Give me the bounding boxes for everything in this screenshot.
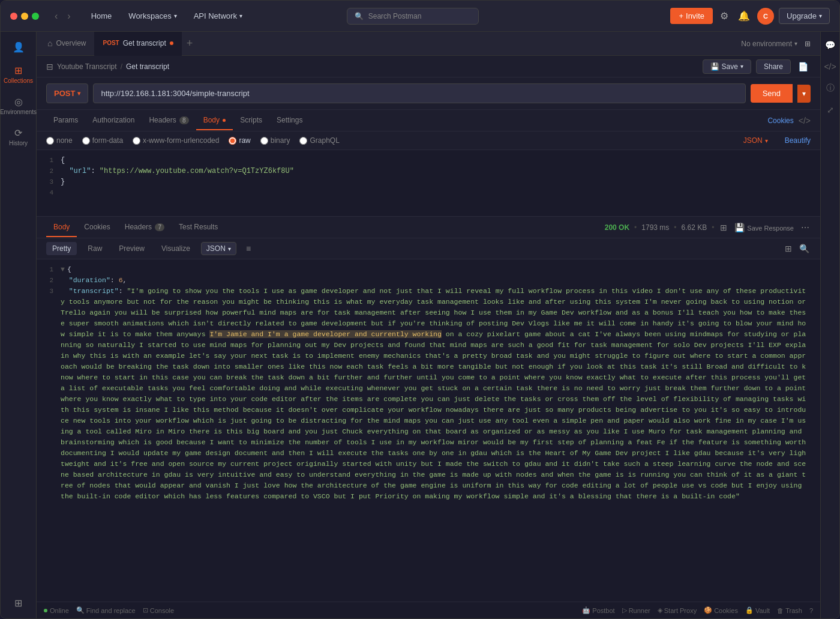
code-view-button[interactable]: </> [799,116,811,125]
request-body-editor[interactable]: 1 { 2 "url": "https://www.youtube.com/wa… [37,150,820,216]
vault-button[interactable]: 🔒 Vault [745,606,770,614]
upgrade-button[interactable]: Upgrade ▾ [779,8,830,24]
notifications-button[interactable]: 🔔 [736,8,752,24]
sidebar: 👤 ⊞ Collections ◎ Environments ⟳ History… [1,32,37,618]
avatar[interactable]: C [757,8,774,25]
sidebar-item-collections[interactable]: ⊞ Collections [3,60,34,89]
save-button[interactable]: 💾 Save ▾ [703,59,751,74]
code-line-1: 1 { [37,155,820,166]
fmt-tab-preview[interactable]: Preview [113,242,151,255]
json-format-select[interactable]: JSON ▾ [201,242,236,255]
breadcrumb-collection[interactable]: Youtube Transcript [57,62,117,71]
method-selector[interactable]: POST ▾ [46,83,88,103]
home-button[interactable]: Home [86,9,117,23]
response-meta: 200 OK • 1793 ms • 6.62 KB • ⊞ 💾 Save Re… [605,222,811,234]
comment-icon[interactable]: 💬 [822,37,839,53]
send-dropdown-button[interactable]: ▾ [797,85,811,103]
find-replace-button[interactable]: 🔍 Find and replace [76,606,136,614]
invite-button[interactable]: + Invite [670,8,713,24]
search-bar[interactable]: 🔍 Search Postman [347,8,479,25]
req-tab-scripts[interactable]: Scripts [233,111,269,130]
req-tab-authorization[interactable]: Authorization [85,111,142,130]
online-label: Online [50,607,69,614]
fmt-tab-raw[interactable]: Raw [82,242,108,255]
more-options-icon[interactable]: ⋯ [800,222,811,234]
copy-icon[interactable]: ⊞ [784,243,793,255]
fmt-tab-pretty[interactable]: Pretty [46,242,77,255]
save-response-button[interactable]: 💾 Save Response [733,222,795,234]
body-options: none form-data x-www-form-urlencoded raw… [37,131,820,150]
beautify-button[interactable]: Beautify [785,136,811,145]
search-icon[interactable]: 🔍 [798,243,811,255]
breadcrumb-current: Get transcript [126,62,169,71]
fmt-tab-visualize[interactable]: Visualize [155,242,196,255]
radio-urlencoded[interactable]: x-www-form-urlencoded [133,136,219,145]
radio-graphql[interactable]: GraphQL [299,136,339,145]
forward-button[interactable]: › [64,8,74,24]
resp-line-3: 3 "transcript": "I'm going to show you t… [37,286,820,502]
trash-button[interactable]: 🗑 Trash [777,607,802,614]
console-button[interactable]: ⊡ Console [143,606,174,614]
maximize-button[interactable] [32,13,39,20]
runner-button[interactable]: ▷ Runner [622,606,650,614]
tab-overview[interactable]: ⌂ Overview [39,32,94,56]
resp-tab-test-results[interactable]: Test Results [172,218,225,237]
sidebar-item-profile[interactable]: 👤 [3,37,34,58]
workspaces-button[interactable]: Workspaces ▾ [124,9,181,23]
chevron-down-icon: ▾ [819,13,822,19]
environment-selector[interactable]: No environment ▾ [741,40,797,48]
share-button[interactable]: Share [756,59,791,74]
close-button[interactable] [10,13,17,20]
cookies-button[interactable]: 🍪 Cookies [704,606,738,614]
resp-tab-body[interactable]: Body [46,218,77,237]
titlebar: ‹ › Home Workspaces ▾ API Network ▾ 🔍 Se… [1,1,839,32]
req-tab-settings[interactable]: Settings [269,111,310,130]
help-button[interactable]: ? [809,607,813,614]
cookies-link[interactable]: Cookies [767,116,793,125]
url-input[interactable] [93,83,745,103]
minimize-button[interactable] [21,13,28,20]
radio-binary[interactable]: binary [260,136,290,145]
sidebar-item-environments[interactable]: ◎ Environments [3,91,34,120]
radio-raw[interactable]: raw [229,136,250,145]
response-time: 1793 ms [641,223,669,232]
code-line-4: 4 [37,187,820,198]
status-bar-right: 🤖 Postbot ▷ Runner ◈ Start Proxy 🍪 Cooki… [582,606,813,614]
tabs-bar: ⌂ Overview POST Get transcript + No envi… [37,32,820,56]
tab-get-transcript[interactable]: POST Get transcript [94,32,181,56]
resp-tab-headers[interactable]: Headers 7 [118,218,172,237]
layout-toggle-button[interactable]: ⊞ [802,37,813,50]
json-format-selector[interactable]: JSON ▾ [743,136,768,145]
response-body[interactable]: 1 ▼{ 2 "duration": 6, 3 "transcript": "I… [37,259,820,602]
api-network-button[interactable]: API Network ▾ [189,9,247,23]
sidebar-item-label: Collections [4,77,33,84]
person-icon: + [679,11,683,20]
resp-tab-cookies[interactable]: Cookies [77,218,117,237]
radio-none[interactable]: none [46,136,73,145]
code-icon[interactable]: </> [822,58,839,75]
chevron-down-icon: ▾ [228,246,231,252]
fold-icon[interactable]: ▼ [61,265,65,273]
req-tab-params[interactable]: Params [46,111,85,130]
find-icon: 🔍 [76,606,85,614]
postbot-button[interactable]: 🤖 Postbot [582,606,614,614]
send-button[interactable]: Send [751,84,793,103]
radio-form-data[interactable]: form-data [82,136,123,145]
start-proxy-button[interactable]: ◈ Start Proxy [658,606,697,614]
sidebar-item-history[interactable]: ⟳ History [3,122,34,151]
info-icon[interactable]: ⓘ [822,80,839,97]
content-area: ⌂ Overview POST Get transcript + No envi… [37,32,820,618]
req-tab-headers[interactable]: Headers 8 [142,111,196,130]
new-tab-button[interactable]: + [182,37,198,50]
proxy-icon: ◈ [658,606,662,614]
expand-icon[interactable]: ⤢ [822,101,839,118]
request-bar: POST ▾ Send ▾ [37,77,820,110]
back-button[interactable]: ‹ [51,8,61,24]
req-tab-body[interactable]: Body [196,111,233,130]
wrap-text-icon[interactable]: ≡ [246,244,251,253]
copy-response-icon[interactable]: ⊞ [719,222,728,234]
doc-button[interactable]: 📄 [796,59,811,74]
chevron-down-icon: ▾ [740,63,743,70]
settings-button[interactable]: ⚙ [718,8,731,24]
sidebar-item-grid[interactable]: ⊞ [3,593,34,614]
